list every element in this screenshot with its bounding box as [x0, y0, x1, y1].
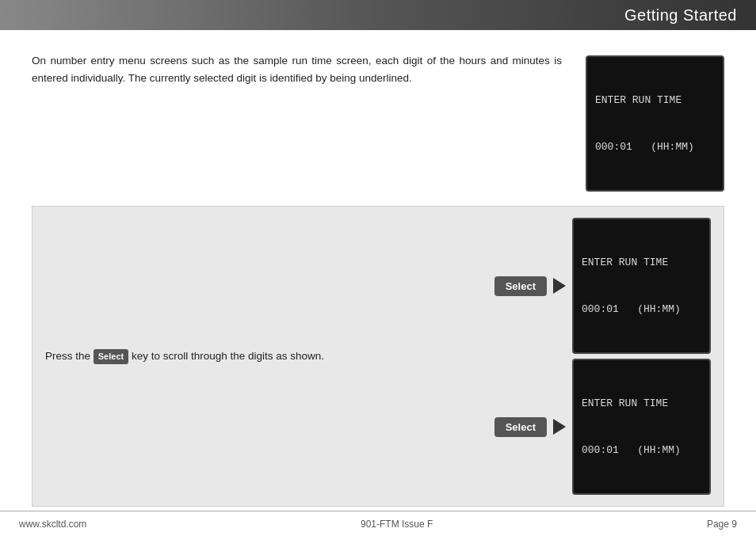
select-section-text: Press the Select key to scroll through t… — [45, 348, 479, 365]
select-lcd1-line1: ENTER RUN TIME — [582, 255, 701, 271]
page-footer: www.skcltd.com 901-FTM Issue F Page 9 — [0, 511, 756, 536]
arrow-right-1 — [553, 278, 566, 294]
select-button-2[interactable]: Select — [494, 417, 547, 437]
intro-display: ENTER RUN TIME 000:01 (HH:MM) — [586, 55, 724, 192]
select-button-1[interactable]: Select — [494, 276, 547, 296]
select-lcd-1: ENTER RUN TIME 000:01 (HH:MM) — [572, 218, 711, 354]
arrow-right-2 — [553, 419, 566, 435]
select-lcd2-line1: ENTER RUN TIME — [582, 396, 701, 412]
select-section: Press the Select key to scroll through t… — [32, 206, 724, 507]
intro-section: On number entry menu screens such as the… — [32, 52, 724, 192]
page-header: Getting Started — [0, 0, 756, 30]
intro-lcd: ENTER RUN TIME 000:01 (HH:MM) — [586, 55, 724, 192]
footer-right: Page 9 — [707, 519, 737, 530]
select-control-row2: Select ENTER RUN TIME 000:01 (HH:MM) — [494, 359, 711, 495]
select-control-row1: Select ENTER RUN TIME 000:01 (HH:MM) — [494, 218, 711, 354]
page-title: Getting Started — [624, 6, 737, 25]
select-lcd2-line2: 000:01 (HH:MM) — [582, 443, 701, 458]
select-lcd1-line2: 000:01 (HH:MM) — [582, 302, 701, 317]
select-lcd-2: ENTER RUN TIME 000:01 (HH:MM) — [572, 359, 711, 495]
footer-center: 901-FTM Issue F — [361, 519, 433, 530]
intro-text: On number entry menu screens such as the… — [32, 52, 562, 86]
main-content: On number entry menu screens such as the… — [0, 30, 756, 511]
intro-lcd-line1: ENTER RUN TIME — [595, 93, 715, 108]
intro-lcd-line2: 000:01 (HH:MM) — [595, 139, 715, 155]
select-inline-label: Select — [94, 349, 128, 365]
select-controls: Select ENTER RUN TIME 000:01 (HH:MM) Sel… — [494, 218, 711, 495]
footer-left: www.skcltd.com — [19, 519, 86, 530]
